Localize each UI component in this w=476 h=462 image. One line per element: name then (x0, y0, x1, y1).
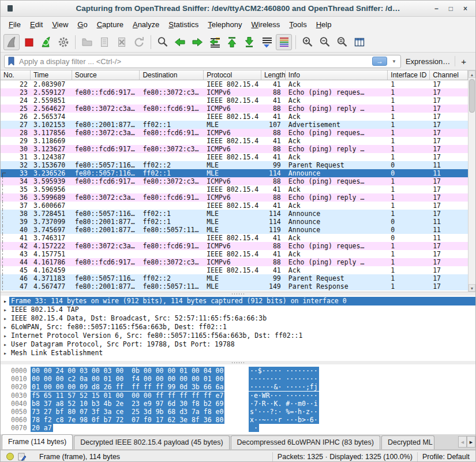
expander-icon[interactable]: ▸ (3, 331, 7, 340)
tab-scroll-right-icon[interactable]: ▶ (467, 436, 475, 448)
packet-row[interactable]: 353.596956IEEE 802.15.441Ack117 (1, 185, 468, 193)
display-filter-input[interactable] (18, 57, 372, 66)
packet-row[interactable]: 413.746317IEEE 802.15.441Ack011 (1, 234, 468, 242)
packet-row[interactable]: 393.737099fe80::2001:877…ff02::1MLE114An… (1, 218, 468, 226)
menu-item-wireless[interactable]: Wireless (247, 18, 285, 31)
auto-scroll-button[interactable] (258, 34, 275, 50)
column-header-info[interactable]: Info (286, 70, 388, 80)
packet-row[interactable]: 273.102153fe80::2001:877…ff02::1MLE107Ad… (1, 121, 468, 129)
detail-line[interactable]: ▸6LoWPAN, Src: fe80::5057:1165:f56a:663b… (1, 323, 475, 331)
column-header-channel[interactable]: Channel (430, 70, 468, 80)
scrollbar-thumb[interactable] (469, 79, 475, 113)
restart-capture-button[interactable] (38, 34, 54, 50)
expander-icon[interactable]: ▸ (3, 349, 7, 357)
packet-row[interactable]: 283.117856fe80::3072:c3a…fe80::fcd6:91…I… (1, 129, 468, 137)
hex-row[interactable]: 005073 27 bf 80 07 3f 3a ce 25 3d 9b 68 … (1, 408, 475, 416)
packet-row[interactable]: 454.162459IEEE 802.15.441Ack117 (1, 266, 468, 274)
expander-icon[interactable]: ▸ (3, 314, 7, 323)
hex-row[interactable]: 006078 f2 c8 7e 98 0f b7 72 07 f0 17 62 … (1, 416, 475, 424)
capture-options-button[interactable] (55, 34, 72, 50)
detail-line[interactable]: ▸IEEE 802.15.4 TAP (1, 305, 475, 314)
hex-ascii[interactable]: · (249, 424, 259, 432)
close-button[interactable]: × (463, 5, 467, 12)
hex-row[interactable]: 002001 00 00 00 09 d8 26 ff ff ff ff 99 … (1, 383, 475, 391)
capture-comment-icon[interactable] (17, 452, 27, 461)
detail-line[interactable]: ▸User Datagram Protocol, Src Port: 19788… (1, 340, 475, 349)
expert-info-icon[interactable] (6, 453, 14, 460)
hex-bytes[interactable]: 01 00 00 00 09 d8 26 ff ff ff ff 99 0d 3… (31, 383, 224, 391)
packet-row[interactable]: 464.371183fe80::5057:116…ff02::2MLE99Par… (1, 274, 468, 282)
display-filter-box[interactable]: → ▼ (4, 55, 401, 68)
menu-item-file[interactable]: File (4, 18, 25, 31)
colorize-button[interactable] (276, 34, 292, 50)
column-header-protocol[interactable]: Protocol (204, 70, 261, 80)
status-profile[interactable]: Profile: Default (422, 453, 470, 461)
bookmark-icon[interactable] (7, 56, 16, 66)
packet-row[interactable]: 373.600667IEEE 802.15.441Ack117 (1, 202, 468, 210)
column-header-iface[interactable]: Interface ID (388, 70, 430, 80)
packet-row[interactable]: 363.599689fe80::3072:c3a…fe80::fcd6:91…I… (1, 193, 468, 202)
scroll-down-icon[interactable]: ▼ (468, 284, 475, 292)
hex-row[interactable]: 007020 a7 · (1, 424, 475, 432)
save-file-button[interactable] (96, 34, 113, 50)
add-filter-button[interactable]: + (455, 57, 472, 66)
apply-filter-button[interactable]: → (372, 57, 387, 66)
hex-bytes[interactable]: b8 37 a8 52 10 b3 4b 2e 23 e9 97 6d 30 f… (31, 400, 224, 408)
open-file-button[interactable] (79, 34, 95, 50)
detail-line[interactable]: ▸Internet Protocol Version 6, Src: fe80:… (1, 331, 475, 340)
packet-row[interactable]: 262.565374IEEE 802.15.441Ack117 (1, 113, 468, 121)
packet-row[interactable]: 242.559851IEEE 802.15.441Ack117 (1, 96, 468, 105)
byte-view-tab-3[interactable]: Decrypted ML (381, 435, 434, 449)
menu-item-view[interactable]: View (47, 18, 73, 31)
last-packet-button[interactable] (241, 34, 257, 50)
packet-row[interactable]: 323.153670fe80::5057:116…ff02::2MLE99Par… (1, 161, 468, 169)
packet-row[interactable]: 403.745697fe80::2001:877…fe80::5057:11…M… (1, 226, 468, 234)
hex-row[interactable]: 001000 00 00 c2 0a 00 01 00 f4 00 00 00 … (1, 375, 475, 383)
packet-row[interactable]: 313.124387IEEE 802.15.441Ack117 (1, 153, 468, 161)
hex-row[interactable]: 0040b8 37 a8 52 10 b3 4b 2e 23 e9 97 6d … (1, 400, 475, 408)
hex-ascii[interactable]: s'···?:· %=·h·z·· (249, 408, 319, 416)
byte-view-tab-0[interactable]: Frame (114 bytes) (2, 434, 73, 449)
hex-ascii[interactable]: ·7·R··K. #··m0··i (249, 400, 319, 408)
packet-row[interactable]: 424.157222fe80::3072:c3a…fe80::fcd6:91…I… (1, 242, 468, 250)
column-header-destination[interactable]: Destination (140, 70, 204, 80)
reload-button[interactable] (131, 34, 147, 50)
hex-row[interactable]: 0030f5 65 11 57 52 15 01 00 00 00 ff ff … (1, 392, 475, 400)
splitter-handle[interactable] (1, 292, 475, 296)
expander-icon[interactable]: ▸ (3, 340, 7, 349)
expression-button[interactable]: Expression… (401, 57, 455, 66)
close-file-button[interactable] (114, 34, 130, 50)
expander-icon[interactable]: ▸ (3, 323, 7, 331)
find-packet-button[interactable] (155, 34, 171, 50)
packet-row[interactable]: 333.236526fe80::5057:116…ff02::1MLE114An… (1, 169, 468, 177)
menu-item-help[interactable]: Help (312, 18, 336, 31)
packet-row[interactable]: 252.564627fe80::3072:c3a…fe80::fcd6:91…I… (1, 105, 468, 113)
splitter-handle[interactable] (1, 361, 475, 364)
zoom-out-button[interactable] (317, 34, 333, 50)
hex-bytes[interactable]: 00 00 00 c2 0a 00 01 00 f4 00 00 00 00 0… (31, 375, 224, 383)
packet-row[interactable]: 383.728451fe80::5057:116…ff02::1MLE114An… (1, 210, 468, 218)
first-packet-button[interactable] (224, 34, 240, 50)
go-to-packet-button[interactable] (207, 34, 223, 50)
hex-bytes[interactable]: 00 00 24 00 03 00 03 00 0b 00 00 00 01 0… (31, 367, 224, 375)
detail-line[interactable]: ▸IEEE 802.15.4 Data, Dst: Broadcast, Src… (1, 314, 475, 323)
hex-ascii[interactable]: ·e·WR··· ········ (249, 392, 319, 400)
packet-row[interactable]: 303.123627fe80::fcd6:917…fe80::3072:c3…I… (1, 145, 468, 153)
hex-bytes[interactable]: 20 a7 (31, 424, 53, 432)
tab-scroll-left-icon[interactable]: ◀ (458, 436, 467, 448)
menu-item-telephony[interactable]: Telephony (203, 18, 246, 31)
packet-row[interactable]: 434.157751IEEE 802.15.441Ack117 (1, 250, 468, 258)
minimize-button[interactable]: − (434, 5, 438, 12)
start-capture-button[interactable] (3, 34, 20, 50)
hex-ascii[interactable]: x··~···r ···b>·6· (249, 416, 319, 424)
packet-row[interactable]: 444.161786fe80::fcd6:917…fe80::3072:c3…I… (1, 258, 468, 266)
menu-item-capture[interactable]: Capture (92, 18, 128, 31)
menu-item-edit[interactable]: Edit (25, 18, 47, 31)
hex-bytes[interactable]: 78 f2 c8 7e 98 0f b7 72 07 f0 17 62 3e 8… (31, 416, 224, 424)
zoom-in-button[interactable] (299, 34, 316, 50)
detail-line[interactable]: ▸Frame 33: 114 bytes on wire (912 bits),… (1, 297, 475, 305)
expander-icon[interactable]: ▸ (3, 297, 7, 305)
menu-item-go[interactable]: Go (73, 18, 92, 31)
packet-list-scrollbar[interactable]: ▲ ▼ (468, 70, 475, 292)
menu-item-analyze[interactable]: Analyze (128, 18, 164, 31)
